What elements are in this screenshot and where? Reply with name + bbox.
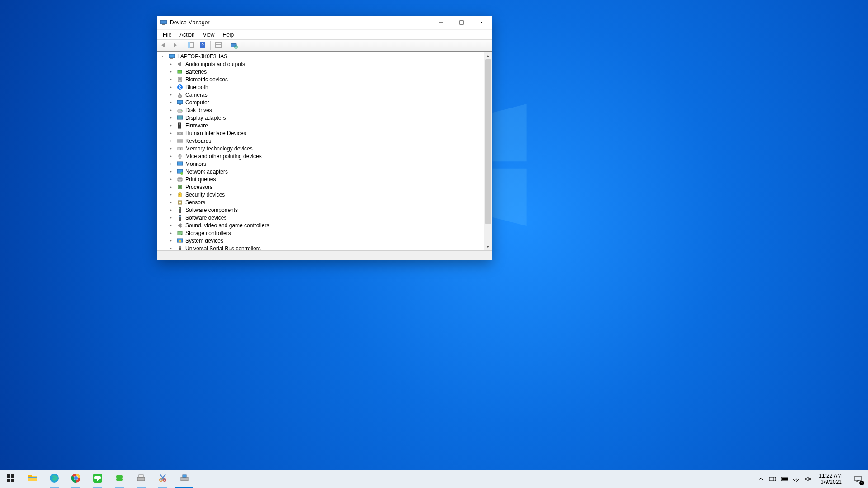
expand-icon[interactable]: ▸ [168, 215, 174, 221]
tree-category-node[interactable]: ▸Network adapters [157, 168, 484, 175]
tree-category-node[interactable]: ▸Memory technology devices [157, 145, 484, 152]
tree-category-label: Universal Serial Bus controllers [185, 245, 261, 251]
tree-category-node[interactable]: ▸Security devices [157, 191, 484, 198]
security-icon [176, 191, 184, 198]
expand-icon[interactable]: ▸ [168, 123, 174, 128]
tray-meet-now-icon[interactable] [769, 475, 776, 483]
svg-point-38 [181, 133, 182, 134]
tree-category-node[interactable]: ▸Cameras [157, 91, 484, 99]
taskbar-snipping-tool-button[interactable] [152, 470, 174, 488]
menu-help[interactable]: Help [219, 31, 238, 39]
expand-icon[interactable]: ▸ [168, 200, 174, 205]
collapse-icon[interactable]: ▾ [160, 54, 165, 59]
tree-category-node[interactable]: ▸Audio inputs and outputs [157, 60, 484, 68]
expand-icon[interactable]: ▸ [168, 146, 174, 151]
maximize-button[interactable] [451, 16, 472, 29]
scroll-up-button[interactable]: ▴ [484, 52, 492, 59]
expand-icon[interactable]: ▸ [168, 92, 174, 98]
tree-category-node[interactable]: ▸Sound, video and game controllers [157, 221, 484, 229]
tray-clock[interactable]: 11:22 AM 3/9/2021 [816, 473, 844, 485]
expand-icon[interactable]: ▸ [168, 238, 174, 244]
tree-category-label: Biometric devices [185, 76, 228, 83]
tree-category-node[interactable]: ▸Print queues [157, 175, 484, 183]
tray-action-center-button[interactable]: 1 [849, 470, 867, 488]
tray-wifi-icon[interactable] [793, 475, 800, 483]
monitor-icon [176, 160, 184, 168]
svg-point-81 [74, 476, 78, 480]
expand-icon[interactable]: ▸ [168, 169, 174, 174]
tree-category-node[interactable]: ▸Software components [157, 206, 484, 214]
taskbar-edge-button[interactable] [43, 470, 65, 488]
taskbar-start-button[interactable] [0, 470, 22, 488]
tree-category-label: Software components [185, 207, 238, 213]
expand-icon[interactable]: ▸ [168, 192, 174, 197]
scroll-thumb[interactable] [485, 59, 491, 224]
tree-category-node[interactable]: ▸Computer [157, 99, 484, 106]
tray-volume-muted-icon[interactable] [804, 475, 811, 483]
taskbar-device-manager-button[interactable] [174, 470, 195, 488]
tree-root-node[interactable]: ▾LAPTOP-JK0E3HAS [157, 52, 484, 60]
tree-category-node[interactable]: ▸Firmware [157, 122, 484, 129]
tree-category-node[interactable]: ▸Bluetooth [157, 83, 484, 91]
tree-category-node[interactable]: ▸Disk drives [157, 106, 484, 114]
toolbar-back-button[interactable] [158, 40, 168, 50]
tree-category-node[interactable]: ▸Processors [157, 183, 484, 191]
svg-marker-9 [174, 43, 177, 47]
tree-category-node[interactable]: ▸Storage controllers [157, 229, 484, 237]
titlebar[interactable]: Device Manager [157, 16, 492, 29]
svg-rect-14 [216, 42, 221, 48]
tree-category-node[interactable]: ▸System devices [157, 237, 484, 244]
expand-icon[interactable]: ▸ [168, 84, 174, 90]
toolbar-show-hide-console-tree-button[interactable] [186, 40, 196, 50]
expand-icon[interactable]: ▸ [168, 207, 174, 213]
scroll-track[interactable] [484, 59, 492, 243]
tray-battery-icon[interactable] [781, 475, 788, 483]
expand-icon[interactable]: ▸ [168, 61, 174, 67]
menu-action[interactable]: Action [176, 31, 198, 39]
tree-category-node[interactable]: ▸Batteries [157, 68, 484, 75]
expand-icon[interactable]: ▸ [168, 177, 174, 182]
expand-icon[interactable]: ▸ [168, 77, 174, 82]
biometric-icon [176, 76, 184, 83]
expand-icon[interactable]: ▸ [168, 184, 174, 190]
close-button[interactable] [472, 16, 492, 29]
tree-category-node[interactable]: ▸Keyboards [157, 137, 484, 145]
expand-icon[interactable]: ▸ [168, 246, 174, 251]
window-title-text: Device Manager [170, 19, 209, 26]
expand-icon[interactable]: ▸ [168, 154, 174, 159]
toolbar-help-button[interactable]: ? [198, 40, 208, 50]
expand-icon[interactable]: ▸ [168, 100, 174, 105]
taskbar-chrome-button[interactable] [65, 470, 87, 488]
toolbar-scan-hardware-button[interactable] [229, 40, 239, 50]
toolbar-forward-button[interactable] [170, 40, 180, 50]
toolbar-properties-button[interactable] [213, 40, 223, 50]
tree-category-node[interactable]: ▸Display adapters [157, 114, 484, 122]
expand-icon[interactable]: ▸ [168, 69, 174, 75]
scroll-down-button[interactable]: ▾ [484, 243, 492, 250]
camera-icon [176, 91, 184, 99]
expand-icon[interactable]: ▸ [168, 230, 174, 236]
tree-category-node[interactable]: ▸Sensors [157, 198, 484, 206]
menu-file[interactable]: File [159, 31, 175, 39]
minimize-button[interactable] [431, 16, 451, 29]
tree-category-node[interactable]: ▸Universal Serial Bus controllers [157, 244, 484, 250]
tree-category-node[interactable]: ▸Software devices [157, 214, 484, 221]
expand-icon[interactable]: ▸ [168, 223, 174, 228]
taskbar-file-explorer-button[interactable] [22, 470, 43, 488]
expand-icon[interactable]: ▸ [168, 108, 174, 113]
tree-category-node[interactable]: ▸Monitors [157, 160, 484, 168]
taskbar-devices-printers-button[interactable] [130, 470, 152, 488]
taskbar-line-button[interactable] [87, 470, 108, 488]
expand-icon[interactable]: ▸ [168, 161, 174, 167]
hid-icon [176, 130, 184, 137]
tray-overflow-icon[interactable] [757, 475, 764, 483]
taskbar-clover-button[interactable] [108, 470, 130, 488]
menu-view[interactable]: View [199, 31, 218, 39]
tree-category-node[interactable]: ▸Mice and other pointing devices [157, 152, 484, 160]
vertical-scrollbar[interactable]: ▴ ▾ [484, 52, 492, 250]
expand-icon[interactable]: ▸ [168, 131, 174, 136]
tree-category-node[interactable]: ▸Human Interface Devices [157, 129, 484, 137]
expand-icon[interactable]: ▸ [168, 115, 174, 121]
tree-category-node[interactable]: ▸Biometric devices [157, 75, 484, 83]
expand-icon[interactable]: ▸ [168, 138, 174, 144]
